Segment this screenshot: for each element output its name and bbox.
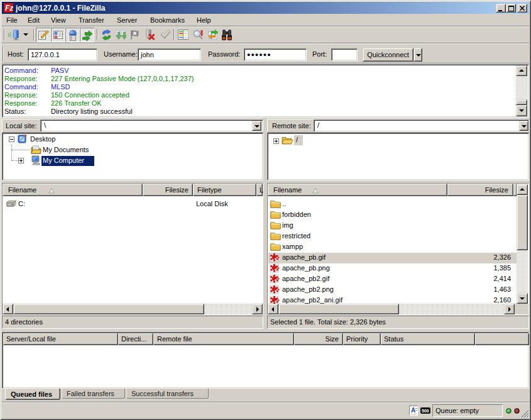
svg-text:Fz: Fz [5, 4, 13, 13]
